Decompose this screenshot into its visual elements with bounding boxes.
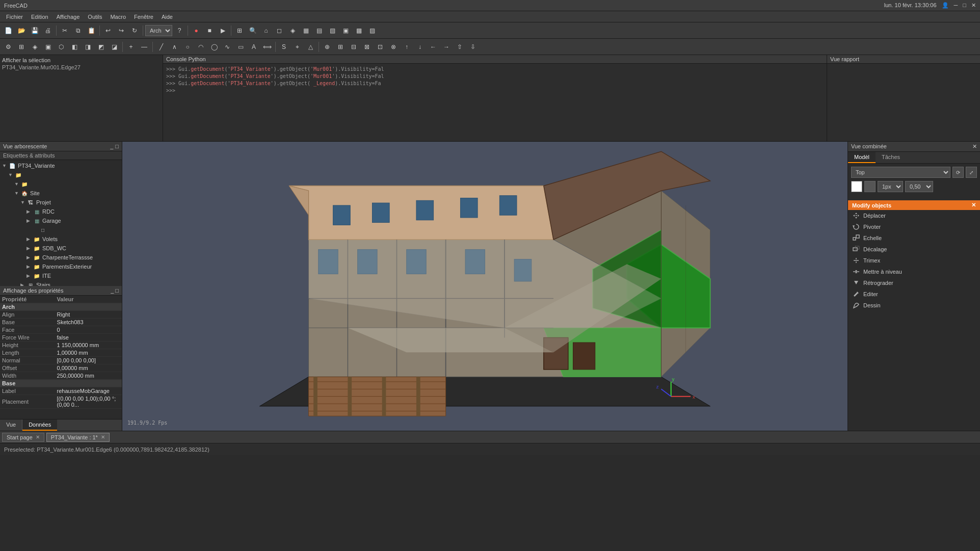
view-top-btn[interactable]: ▤ bbox=[313, 24, 325, 37]
tree-item-stairs[interactable]: ▶ ⊞ Stairs bbox=[0, 280, 122, 286]
tab-pt34-close[interactable]: ✕ bbox=[101, 434, 105, 440]
viewport[interactable]: x y z 191.9/9.2 Fps bbox=[122, 142, 847, 431]
menu-fenetre[interactable]: Fenêtre bbox=[130, 13, 157, 21]
tree-item-parements[interactable]: ▶ 📁 ParementsExterieur bbox=[0, 262, 122, 271]
tree-item-sdb[interactable]: ▶ 📁 SDB_WC bbox=[0, 244, 122, 253]
menu-outils[interactable]: Outils bbox=[84, 13, 106, 21]
t2-btn9[interactable]: ◪ bbox=[108, 41, 120, 53]
cut-btn[interactable]: ✂ bbox=[59, 24, 71, 37]
modify-niveau[interactable]: Mettre à niveau bbox=[848, 266, 980, 277]
t2-arch11[interactable]: ⇧ bbox=[454, 41, 466, 53]
view-iso-btn[interactable]: ◈ bbox=[286, 24, 299, 37]
tree-item-group2[interactable]: ▼ 📁 bbox=[0, 179, 122, 189]
t2-circle[interactable]: ○ bbox=[181, 41, 194, 53]
t2-ellipse[interactable]: ◯ bbox=[208, 41, 220, 53]
t2-dim[interactable]: ⟺ bbox=[261, 41, 273, 53]
t2-arch7[interactable]: ↑ bbox=[401, 41, 413, 53]
modify-close-icon[interactable]: ✕ bbox=[971, 202, 976, 208]
minimize-btn[interactable]: ─ bbox=[954, 2, 958, 9]
t2-btn7[interactable]: ◨ bbox=[82, 41, 94, 53]
view-left-btn[interactable]: ▩ bbox=[353, 24, 365, 37]
undo-btn[interactable]: ↩ bbox=[102, 24, 114, 37]
t2-btn11[interactable]: — bbox=[138, 41, 150, 53]
t2-btn5[interactable]: ⬡ bbox=[55, 41, 67, 53]
t2-snap1[interactable]: S bbox=[278, 41, 290, 53]
t2-arch5[interactable]: ⊡ bbox=[374, 41, 386, 53]
t2-arch4[interactable]: ⊠ bbox=[361, 41, 373, 53]
menu-affichage[interactable]: Affichage bbox=[52, 13, 84, 21]
tree-arrow-rdc[interactable]: ▶ bbox=[27, 209, 33, 214]
tree-item-ite[interactable]: ▶ 📁 ITE bbox=[0, 271, 122, 280]
t2-arc[interactable]: ◠ bbox=[195, 41, 207, 53]
tab-taches[interactable]: Tâches bbox=[876, 152, 906, 163]
refresh-btn[interactable]: ↻ bbox=[128, 24, 141, 37]
tree-arrow-group2[interactable]: ▼ bbox=[14, 181, 20, 187]
wb-btn[interactable]: ? bbox=[173, 24, 186, 37]
tree-icon-max[interactable]: □ bbox=[115, 143, 119, 149]
tree-item-group1[interactable]: ▼ 📁 bbox=[0, 170, 122, 179]
menu-edition[interactable]: Edition bbox=[27, 13, 52, 21]
t2-btn1[interactable]: ⚙ bbox=[2, 41, 14, 53]
t2-arch9[interactable]: ← bbox=[427, 41, 439, 53]
t2-arch8[interactable]: ↓ bbox=[414, 41, 426, 53]
tree-item-projet[interactable]: ▼ 🏗 Projet bbox=[0, 198, 122, 207]
tree-arrow-garage[interactable]: ▶ bbox=[27, 218, 33, 223]
props-min-icon[interactable]: _ bbox=[111, 287, 114, 294]
props-max-icon[interactable]: □ bbox=[115, 287, 119, 294]
t2-arch3[interactable]: ⊟ bbox=[348, 41, 360, 53]
view-right-btn[interactable]: ▧ bbox=[326, 24, 338, 37]
tree-arrow-charpente[interactable]: ▶ bbox=[27, 255, 33, 260]
paste-btn[interactable]: 📋 bbox=[85, 24, 97, 37]
menu-macro[interactable]: Macro bbox=[106, 13, 130, 21]
tree-arrow-volets[interactable]: ▶ bbox=[27, 237, 33, 242]
tree-arrow-parements[interactable]: ▶ bbox=[27, 264, 33, 269]
vue-close-icon[interactable]: ✕ bbox=[972, 143, 977, 150]
modify-deplacer[interactable]: Déplacer bbox=[848, 210, 980, 221]
t2-arch6[interactable]: ⊗ bbox=[387, 41, 400, 53]
tree-arrow-site[interactable]: ▼ bbox=[14, 191, 20, 196]
stop-btn[interactable]: ■ bbox=[203, 24, 216, 37]
t2-btn2[interactable]: ⊞ bbox=[15, 41, 28, 53]
zoom-fit-btn[interactable]: ⊞ bbox=[233, 24, 246, 37]
t2-bspline[interactable]: ∿ bbox=[221, 41, 233, 53]
bg-color-box2[interactable] bbox=[864, 181, 876, 192]
maximize-btn[interactable]: □ bbox=[963, 2, 966, 9]
modify-trimex[interactable]: Trimex bbox=[848, 255, 980, 266]
t2-btn4[interactable]: ▣ bbox=[42, 41, 54, 53]
t2-arch12[interactable]: ⇩ bbox=[467, 41, 479, 53]
view-expand-btn[interactable]: ⤢ bbox=[966, 167, 977, 178]
tree-item-garage[interactable]: ▶ ▦ Garage bbox=[0, 216, 122, 225]
modify-dessin[interactable]: Dessin bbox=[848, 300, 980, 311]
t2-rect[interactable]: ▭ bbox=[234, 41, 247, 53]
t2-arch1[interactable]: ⊕ bbox=[321, 41, 333, 53]
view-front-btn[interactable]: ▦ bbox=[300, 24, 312, 37]
redo-btn[interactable]: ↪ bbox=[115, 24, 127, 37]
modify-decalage[interactable]: Décalage bbox=[848, 244, 980, 255]
tab-model[interactable]: Modèl bbox=[848, 152, 876, 163]
modify-retrograder[interactable]: Rétrograder bbox=[848, 277, 980, 288]
tab-startpage-close[interactable]: ✕ bbox=[36, 434, 40, 440]
tab-vue[interactable]: Vue bbox=[0, 419, 22, 431]
view-home-btn[interactable]: ⌂ bbox=[260, 24, 272, 37]
t2-btn6[interactable]: ◧ bbox=[68, 41, 81, 53]
tree-arrow-sdb[interactable]: ▶ bbox=[27, 246, 33, 251]
t2-polyline[interactable]: ∧ bbox=[168, 41, 180, 53]
view-select[interactable]: Top Front Right Perspective bbox=[851, 167, 950, 178]
tree-arrow-group1[interactable]: ▼ bbox=[8, 172, 14, 177]
tree-item-volets[interactable]: ▶ 📁 Volets bbox=[0, 234, 122, 244]
view-btn1[interactable]: 🔍 bbox=[247, 24, 259, 37]
tree-item-sub1[interactable]: □ bbox=[0, 225, 122, 234]
tree-content[interactable]: ▼ 📄 PT34_Variante ▼ 📁 ▼ 📁 ▼ 🏠 Site bbox=[0, 160, 122, 286]
tree-item-rdc[interactable]: ▶ ▦ RDC bbox=[0, 207, 122, 216]
print-btn[interactable]: 🖨 bbox=[42, 24, 54, 37]
workbench-select[interactable]: Arch bbox=[145, 25, 172, 36]
menu-aide[interactable]: Aide bbox=[157, 13, 177, 21]
tree-icon-min[interactable]: _ bbox=[110, 143, 113, 149]
modify-echelle[interactable]: Echelle bbox=[848, 232, 980, 244]
tree-arrow-projet[interactable]: ▼ bbox=[20, 200, 27, 205]
t2-line[interactable]: ╱ bbox=[155, 41, 167, 53]
save-btn[interactable]: 💾 bbox=[29, 24, 41, 37]
view-bottom-btn[interactable]: ▨ bbox=[366, 24, 378, 37]
view-back-btn[interactable]: ▣ bbox=[339, 24, 352, 37]
bg-color-box1[interactable] bbox=[851, 181, 862, 192]
